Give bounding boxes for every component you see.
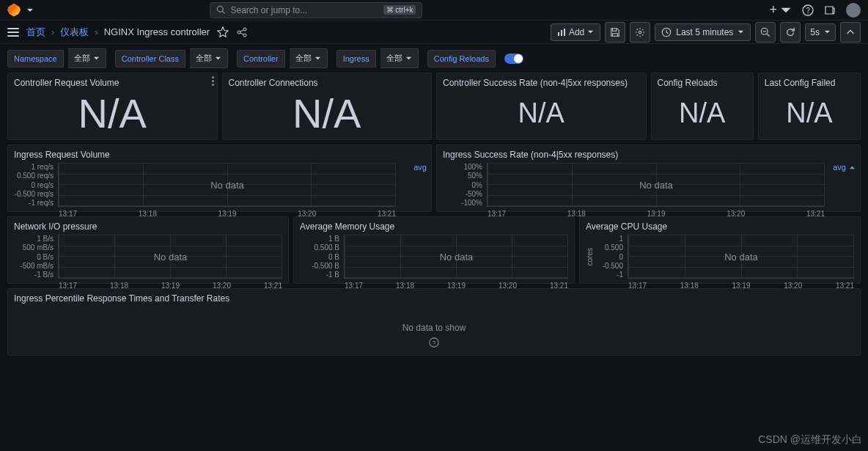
watermark: CSDN @运维开发小白 [758, 433, 862, 447]
panel-memory-usage: Average Memory Usage 1 B0.500 B0 B-0.500… [293, 216, 575, 284]
no-data-text: No data to show [402, 323, 466, 333]
chevron-down-icon [587, 29, 594, 35]
breadcrumb-current: NGINX Ingress controller [104, 26, 210, 37]
y-axis: 1 req/s0.500 req/s0 req/s-0.500 req/s-1 … [14, 163, 58, 207]
y-axis: 10.5000-0.500-1 [595, 235, 628, 279]
y-axis: 1 B/s500 mB/s0 B/s-500 mB/s-1 B/s [14, 235, 58, 279]
user-avatar[interactable] [846, 3, 861, 18]
svg-point-8 [639, 31, 642, 34]
filter-controller-label: Controller [237, 50, 285, 67]
y-axis: 100%50%0%-50%-100% [443, 163, 487, 207]
panel-network-io: Network I/O pressure 1 B/s500 mB/s0 B/s-… [7, 216, 289, 284]
plot-area[interactable]: No data 13:1713:1813:1913:2013:21 [628, 235, 854, 279]
plot-area[interactable]: No data 13:1713:1813:1913:2013:21 [58, 235, 282, 279]
filter-namespace-value[interactable]: 全部 [68, 48, 106, 68]
panel-last-config-failed: Last Config Failed N/A [758, 73, 861, 140]
share-icon[interactable] [236, 26, 248, 38]
chevron-down-icon[interactable] [26, 7, 34, 14]
save-button[interactable] [605, 22, 625, 43]
panel-ingress-success-rate: Ingress Success Rate (non-4|5xx response… [436, 144, 861, 212]
chevron-down-icon [738, 29, 744, 35]
refresh-button[interactable] [780, 22, 801, 43]
news-icon[interactable] [824, 4, 836, 16]
svg-point-4 [243, 34, 246, 37]
panel-controller-request-volume: Controller Request Volume N/A [7, 73, 218, 140]
svg-text:?: ? [806, 7, 810, 15]
filter-ingress-value[interactable]: 全部 [380, 48, 419, 68]
settings-button[interactable] [630, 22, 650, 43]
refresh-interval-button[interactable]: 5s [805, 23, 836, 41]
svg-point-3 [243, 28, 246, 31]
svg-text:?: ? [433, 340, 436, 347]
svg-rect-5 [558, 32, 559, 36]
plus-icon[interactable]: + [769, 2, 777, 18]
panel-menu-icon[interactable] [212, 76, 214, 86]
y-axis-label: cores [586, 248, 594, 265]
search-icon [216, 5, 226, 15]
breadcrumb: 首页 › 仪表板 › NGINX Ingress controller [26, 26, 210, 39]
filter-reloads-label: Config Reloads [427, 50, 496, 67]
menu-toggle-icon[interactable] [7, 28, 19, 37]
bar-chart-icon [557, 28, 566, 37]
search-placeholder: Search or jump to... [230, 5, 307, 15]
breadcrumb-home[interactable]: 首页 [26, 26, 45, 39]
filter-namespace-label: Namespace [7, 50, 64, 67]
filter-class-value[interactable]: 全部 [190, 48, 228, 68]
svg-rect-7 [564, 29, 565, 36]
clock-icon [661, 27, 672, 37]
filter-controller-value[interactable]: 全部 [290, 48, 328, 68]
plot-area[interactable]: No data 13:1713:1813:1913:2013:21 [58, 163, 396, 207]
panel-percentile: Ingress Percentile Response Times and Tr… [7, 288, 861, 356]
zoom-out-button[interactable] [755, 22, 776, 43]
help-icon[interactable]: ? [429, 337, 439, 348]
star-icon[interactable] [217, 26, 229, 38]
stat-value: N/A [14, 91, 211, 135]
y-axis: 1 B0.500 B0 B-0.500 B-1 B [300, 235, 344, 279]
breadcrumb-dashboards[interactable]: 仪表板 [60, 26, 89, 39]
svg-rect-6 [561, 30, 562, 36]
panel-cpu-usage: Average CPU Usage cores 10.5000-0.500-1 … [579, 216, 861, 284]
grafana-logo-icon[interactable] [7, 4, 21, 17]
stat-value: N/A [229, 91, 426, 135]
search-shortcut: ⌘ ctrl+k [383, 5, 416, 15]
plot-area[interactable]: No data 13:1713:1813:1913:2013:21 [344, 235, 568, 279]
svg-point-2 [238, 31, 240, 34]
panel-ingress-request-volume: Ingress Request Volume avg 1 req/s0.500 … [7, 144, 432, 212]
help-icon[interactable]: ? [802, 4, 814, 16]
add-button[interactable]: Add [551, 23, 600, 41]
reloads-toggle[interactable] [504, 54, 523, 64]
stat-value: N/A [658, 91, 747, 135]
stat-value: N/A [765, 91, 854, 135]
time-range-button[interactable]: Last 5 minutes [655, 23, 751, 41]
stat-value: N/A [443, 91, 640, 135]
collapse-button[interactable] [840, 22, 861, 43]
filter-class-label: Controller Class [115, 50, 185, 67]
panel-controller-connections: Controller Connections N/A [222, 73, 433, 140]
panel-controller-success-rate: Controller Success Rate (non-4|5xx respo… [436, 73, 647, 140]
filter-ingress-label: Ingress [336, 50, 376, 67]
chevron-down-icon [824, 29, 831, 35]
global-search[interactable]: Search or jump to... ⌘ ctrl+k [210, 2, 422, 18]
chevron-down-icon[interactable] [780, 4, 792, 16]
plot-area[interactable]: No data 13:1713:1813:1913:2013:21 [487, 163, 825, 207]
panel-config-reloads: Config Reloads N/A [651, 73, 754, 140]
